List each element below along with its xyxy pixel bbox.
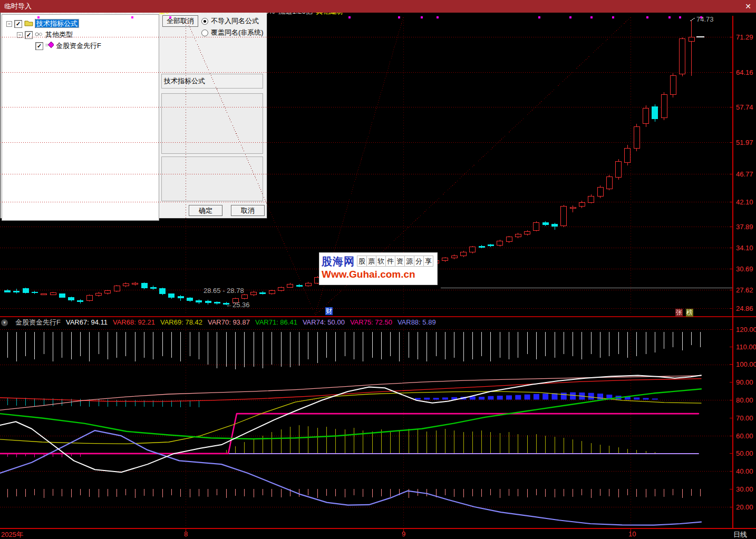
watermark-slogan-char: 件 [385, 256, 395, 267]
watermark-slogan-char: 软 [376, 256, 386, 267]
watermark-slogan-char: 分 [414, 256, 424, 267]
candle-body [488, 245, 493, 246]
watermark-slogan-char: 资 [395, 256, 405, 267]
month-separator [186, 17, 315, 315]
candle-body [643, 109, 649, 124]
link-badge[interactable]: 张 [675, 309, 683, 317]
signal-dot [169, 16, 171, 18]
candle-body [497, 241, 503, 245]
indicator-var-value: VAR71: 86.41 [255, 318, 297, 326]
indicator-chevron-icon[interactable]: ▾ [1, 319, 8, 326]
candle-body [506, 237, 512, 241]
candle-body [588, 197, 594, 202]
candle-body [241, 295, 247, 299]
blue-bar [525, 395, 530, 400]
signal-dot [538, 16, 540, 18]
candle-body [50, 292, 56, 295]
price-axis-label: 46.77 [736, 170, 753, 178]
signal-dot [37, 16, 40, 18]
indicator-var-value: VAR70: 93.87 [208, 318, 250, 326]
watermark-slogan-char: 股 [357, 256, 367, 267]
price-annotation: ←25.36 [226, 301, 250, 309]
blue-bar [561, 393, 567, 399]
candle-body [570, 207, 576, 208]
annotation-arrow [690, 18, 695, 21]
candle-body [269, 291, 275, 294]
indicator-var-value: VAR74: 50.00 [303, 318, 345, 326]
price-axis-label: 64.16 [736, 68, 753, 76]
candle-body [534, 222, 539, 230]
candle-body [141, 283, 147, 288]
candle-body [689, 37, 694, 41]
blue-bar [497, 396, 503, 399]
indicator-curve-white [0, 375, 701, 472]
candle-body [96, 293, 102, 296]
candle-body [251, 292, 257, 295]
candle-body [606, 177, 612, 189]
watermark-brand: 股海网 [322, 254, 355, 269]
candle-body [5, 291, 11, 292]
candle-body [69, 297, 74, 300]
blue-bar [643, 398, 649, 399]
candle-body [278, 287, 284, 290]
time-axis-label: 10 [628, 530, 636, 538]
candle-body [59, 294, 65, 297]
time-axis-label: 日线 [733, 530, 747, 539]
indicator-axis-label: 90.00 [736, 378, 753, 386]
indicator-axis-label: 70.00 [736, 414, 753, 422]
price-axis-label: 37.89 [736, 223, 753, 231]
blue-bar [415, 398, 421, 399]
indicator-var-value: VAR69: 78.42 [160, 318, 202, 326]
link-badge[interactable]: 榜 [686, 309, 693, 317]
blue-bar [515, 395, 521, 400]
candle-body [470, 247, 476, 252]
signal-dot [569, 16, 571, 18]
candle-body [680, 39, 685, 74]
time-axis-label: 2025年 [1, 530, 23, 539]
candle-body [479, 247, 484, 248]
candle-body [132, 283, 138, 285]
candle-body [32, 292, 37, 293]
candle-body [23, 289, 28, 293]
candle-body [205, 301, 211, 303]
price-axis-label: 42.10 [736, 198, 753, 206]
link-badge[interactable]: 财 [325, 307, 333, 315]
watermark: 股海网 股票软件资源分享 Www.Guhai.com.cn [319, 252, 438, 285]
signal-dot [646, 16, 648, 18]
signal-dot [437, 16, 439, 18]
blue-bar [506, 395, 512, 399]
candle-body [515, 234, 521, 237]
watermark-slogan-char: 享 [423, 256, 433, 267]
signal-dot [590, 16, 593, 18]
candle-body [634, 127, 639, 149]
blue-bar [588, 393, 594, 400]
watermark-url: Www.Guhai.com.cn [322, 269, 415, 280]
candle-body [86, 295, 92, 300]
price-axis-label: 34.10 [736, 244, 753, 252]
candle-body [114, 286, 120, 291]
indicator-axis-label: 60.00 [736, 432, 753, 440]
candle-body [670, 76, 676, 95]
indicator-axis-label: 120.00 [736, 326, 756, 334]
signal-dot [398, 16, 400, 18]
blue-bar [424, 398, 430, 400]
candle-body [616, 162, 622, 178]
candle-body [461, 252, 467, 256]
indicator-var-value: VAR75: 72.50 [350, 318, 392, 326]
price-axis-label: 51.97 [736, 139, 753, 146]
candle-body [260, 292, 266, 294]
candle-body [451, 256, 457, 258]
indicator-name[interactable]: 金股资金先行F [15, 318, 61, 326]
time-axis-label: 8 [184, 530, 188, 538]
trading-app-window: 法狮龙(日线.前复权)▾ 2025/10/28/二开71.29高71.29低71… [0, 0, 756, 539]
blue-bar [634, 397, 639, 399]
blue-bar [597, 394, 603, 399]
candle-body [542, 222, 548, 224]
candle-body [579, 202, 585, 207]
indicator-axis-label: 30.00 [736, 485, 753, 493]
watermark-slogan-char: 票 [366, 256, 376, 267]
indicator-var-value: VAR88: 5.89 [398, 318, 436, 326]
blue-bar [488, 396, 493, 400]
watermark-slogan-char: 源 [404, 256, 414, 267]
candle-body [625, 148, 631, 163]
